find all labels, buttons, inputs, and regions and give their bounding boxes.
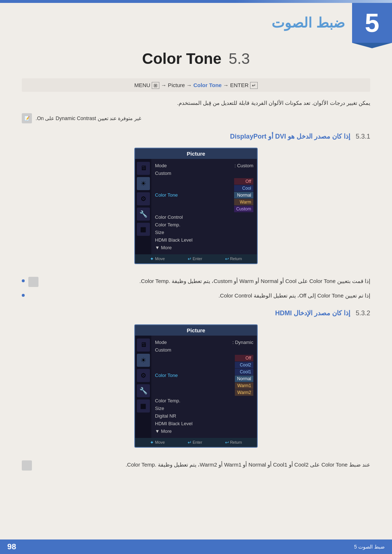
return-label: Return	[230, 257, 242, 261]
menu-row-color-temp-532: Color Temp.	[155, 397, 253, 405]
menu-row-more: ▼ More	[155, 244, 253, 251]
icon-brightness: ☀	[137, 177, 150, 190]
menu-header-531: Picture	[135, 148, 257, 159]
header-section: ضبط الصوت 5	[0, 3, 392, 43]
color-temp-label: Color Temp.	[155, 222, 180, 227]
bullet-icon-531-1	[28, 277, 38, 287]
subsection-531-title-text: إذا كان مصدر الدخل هو DVI أو DisplayPort	[230, 133, 350, 140]
option-list-532: Off Cool2 Cool1 Normal Warm1 Warm2	[235, 355, 253, 396]
note-icon: 📝	[22, 113, 32, 123]
footer-page-number: 98	[7, 542, 16, 551]
subsection-531-number: 5.3.1	[356, 133, 370, 140]
footer-return-532: ↩ Return	[225, 440, 242, 445]
mode-label-532: Mode	[155, 340, 167, 345]
mode-label: Mode	[155, 163, 167, 168]
nav-color-tone: Color Tone	[193, 82, 222, 88]
enter-label-532: Enter	[193, 440, 202, 444]
bullet-note-531-2: إذا تم تعيين Color Tone إلى Off، يتم تعط…	[22, 291, 370, 300]
option-off: Off	[234, 178, 253, 185]
menu-row-digital-nr: Digital NR	[155, 412, 253, 420]
menu-header-532: Picture	[135, 325, 257, 336]
subsection-531: 5.3.1 إذا كان مصدر الدخل هو DVI أو Displ…	[22, 132, 370, 264]
move-icon: ✦	[150, 256, 154, 262]
chapter-title-ar: ضبط الصوت	[271, 15, 345, 31]
footer-return: ↩ Return	[225, 256, 242, 262]
menu-row-hdmi: HDMI Black Level	[155, 236, 253, 244]
move-label-532: Move	[155, 440, 165, 444]
footer-enter: ↵ Enter	[188, 256, 202, 262]
footer-move: ✦ Move	[150, 256, 165, 262]
subsection-531-title: 5.3.1 إذا كان مصدر الدخل هو DVI أو Displ…	[22, 132, 370, 140]
option-warm2: Warm2	[235, 389, 253, 396]
move-icon-532: ✦	[150, 440, 154, 445]
hdmi-black-label-532: HDMI Black Level	[155, 421, 192, 426]
picture-menu-532: Picture 🖥 ☀ ⚙ 🔧 ▦ Mode : Dynamic	[134, 324, 258, 448]
bullet-text-532-1: عند ضبط Color Tone على Cool2 أو Cool1 أو…	[36, 460, 370, 469]
menu-row-color-control: Color Control	[155, 213, 253, 221]
icon-grid: ▦	[137, 223, 150, 236]
footer-enter-532: ↵ Enter	[188, 440, 202, 445]
icon-brightness-532: ☀	[137, 354, 150, 367]
nav-path: MENU ⊞ → Picture → Color Tone → ENTER ↵	[22, 78, 370, 92]
move-label: Move	[155, 257, 165, 261]
menu-items-532: Mode : Dynamic Custom Color Tone Off Coo…	[151, 336, 257, 438]
option-normal-532: Normal	[235, 376, 253, 382]
option-warm1: Warm1	[235, 382, 253, 389]
subsection-532-title-text: إذا كان مصدر الإدخال HDMI	[275, 309, 350, 317]
return-icon-532: ↩	[225, 440, 229, 445]
top-stripe	[0, 0, 392, 3]
menu-row-size-532: Size	[155, 405, 253, 412]
option-warm: Warm	[234, 199, 253, 205]
menu-row-color-tone-532: Color Tone Off Cool2 Cool1 Normal Warm1 …	[155, 354, 253, 397]
bullet-text-531-2: إذا تم تعيين Color Tone إلى Off، يتم تعط…	[42, 291, 370, 300]
enter-icon: ↵	[188, 256, 192, 262]
menu-row-custom-532: Custom	[155, 346, 253, 354]
option-cool2: Cool2	[235, 362, 253, 368]
return-icon: ↩	[225, 256, 229, 262]
menu-row-custom: Custom	[155, 169, 253, 177]
option-list-531: Off Cool Normal Warm Custom	[234, 178, 253, 212]
menu-footer-532: ✦ Move ↵ Enter ↩ Return	[135, 438, 257, 447]
nav-path-text: MENU ⊞ → Picture → Color Tone → ENTER ↵	[134, 82, 258, 88]
icon-grid-532: ▦	[137, 399, 150, 413]
bullet-notes-531: إذا قمت بتعيين Color Tone على Cool أو No…	[22, 277, 370, 300]
subsection-532: 5.3.2 إذا كان مصدر الإدخال HDMI Picture …	[22, 309, 370, 448]
icon-gear-532: 🔧	[137, 384, 150, 397]
option-cool1: Cool1	[235, 369, 253, 375]
chapter-number: 5	[365, 10, 379, 36]
menu-body-531: 🖥 ☀ ⚙ 🔧 ▦ Mode : Custom Custom	[135, 159, 257, 254]
custom-label-532: Custom	[155, 347, 171, 353]
bullet-dot-531-1	[22, 279, 25, 282]
picture-menu-wrapper-531: Picture 🖥 ☀ ⚙ 🔧 ▦ Mode : Custom	[22, 148, 370, 264]
hdmi-black-label: HDMI Black Level	[155, 237, 192, 243]
enter-label: Enter	[193, 257, 202, 261]
bullet-icon-532-1	[22, 460, 32, 471]
color-control-label: Color Control	[155, 214, 183, 220]
main-content: 5.3 Color Tone MENU ⊞ → Picture → Color …	[0, 43, 392, 501]
icon-monitor-532: 🖥	[137, 338, 150, 352]
nav-menu: MENU	[134, 82, 152, 88]
menu-icons-532: 🖥 ☀ ⚙ 🔧 ▦	[135, 336, 151, 438]
menu-row-size: Size	[155, 229, 253, 236]
nav-enter-icon: ↵	[250, 82, 258, 89]
subsection-532-title: 5.3.2 إذا كان مصدر الإدخال HDMI	[22, 309, 370, 317]
menu-footer-531: ✦ Move ↵ Enter ↩ Return	[135, 254, 257, 263]
nav-arrow1: → Picture →	[161, 82, 193, 88]
menu-row-hdmi-532: HDMI Black Level	[155, 420, 253, 427]
bullet-note-531-1: إذا قمت بتعيين Color Tone على Cool أو No…	[22, 277, 370, 287]
picture-menu-531: Picture 🖥 ☀ ⚙ 🔧 ▦ Mode : Custom	[134, 148, 258, 264]
color-temp-label-532: Color Temp.	[155, 398, 180, 403]
nav-menu-icon: ⊞	[152, 82, 159, 89]
footer-chapter-label: ضبط الصوت 5	[354, 544, 385, 550]
ar-description: يمكن تغيير درجات الألوان. تعد مكونات الأ…	[22, 98, 370, 108]
color-tone-label-532: Color Tone	[155, 373, 178, 378]
more-label: ▼ More	[155, 245, 172, 250]
option-custom: Custom	[234, 206, 253, 212]
mode-value: : Custom	[234, 163, 253, 168]
menu-row-color-tone: Color Tone Off Cool Normal Warm Custom	[155, 177, 253, 213]
menu-body-532: 🖥 ☀ ⚙ 🔧 ▦ Mode : Dynamic Custom	[135, 336, 257, 438]
subsection-532-number: 5.3.2	[356, 309, 370, 317]
size-label-532: Size	[155, 406, 164, 411]
bullet-notes-532: عند ضبط Color Tone على Cool2 أو Cool1 أو…	[22, 460, 370, 471]
chapter-box: 5	[352, 3, 392, 43]
